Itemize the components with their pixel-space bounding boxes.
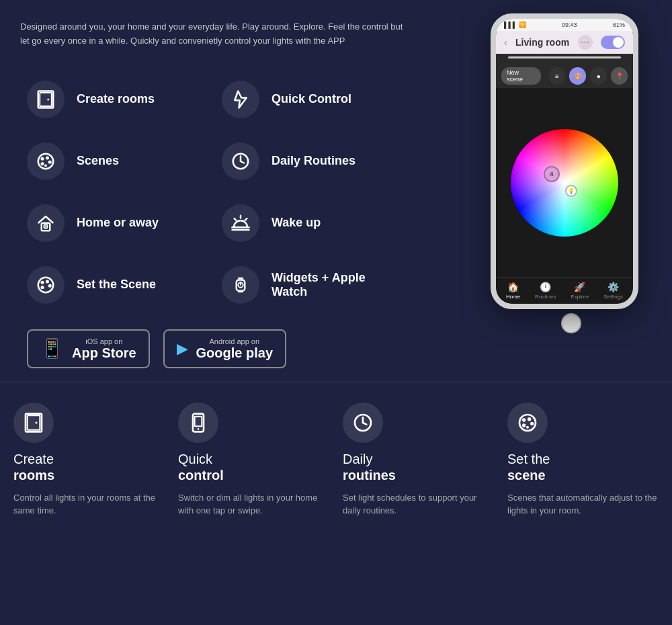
- wake-up-icon-circle: [222, 204, 259, 242]
- feature-home-away: Home or away: [20, 192, 215, 254]
- svg-point-44: [526, 425, 529, 428]
- palette-icon: [36, 151, 56, 171]
- android-btn-bottom: Google play: [196, 345, 273, 360]
- scenes-label: Scenes: [77, 154, 119, 168]
- brightness-slider[interactable]: [508, 56, 621, 58]
- svg-line-38: [363, 423, 366, 425]
- bottom-card-quick-control: Quick control Switch or dim all lights i…: [178, 403, 329, 517]
- quick-control-icon-circle: [222, 81, 259, 118]
- home-nav-label: Home: [506, 294, 520, 300]
- color-wheel[interactable]: [511, 129, 618, 237]
- svg-line-17: [245, 218, 247, 220]
- explore-nav-icon: 🚀: [574, 282, 585, 292]
- phone-toggle[interactable]: [601, 36, 625, 49]
- phone-signal: ▌▌▌ 🛜: [504, 22, 526, 28]
- ios-btn-top: iOS app on: [72, 337, 136, 345]
- android-btn-text: Android app on Google play: [196, 337, 273, 360]
- phone-nav-routines[interactable]: 🕐 Routines: [535, 282, 556, 300]
- home-nav-icon: 🏠: [507, 282, 519, 292]
- quick-control-label: Quick Control: [271, 92, 351, 106]
- dot2-icon: 💡: [568, 188, 575, 194]
- daily-routines-desc: Set light schedules to support your dail…: [343, 491, 494, 517]
- list-tab[interactable]: ≡: [549, 67, 566, 85]
- svg-point-8: [44, 164, 47, 167]
- daily-routines-title: Daily routines: [343, 451, 396, 483]
- svg-point-22: [46, 280, 49, 283]
- phone-nav-home[interactable]: 🏠 Home: [506, 282, 520, 300]
- bottom-phone-icon: [187, 412, 209, 433]
- svg-point-21: [41, 280, 44, 284]
- create-rooms-desc: Control all lights in your rooms at the …: [13, 491, 165, 517]
- door-icon: [36, 89, 56, 110]
- phone-battery: 61%: [613, 22, 625, 28]
- svg-point-5: [46, 156, 49, 159]
- set-scene-label: Set the Scene: [77, 278, 156, 292]
- back-chevron[interactable]: ‹: [504, 37, 507, 48]
- svg-point-14: [45, 225, 47, 227]
- intro-text: Designed around you, your home and your …: [20, 20, 410, 48]
- ios-btn-text: iOS app on App Store: [72, 337, 136, 360]
- explore-nav-label: Explore: [571, 294, 589, 300]
- settings-nav-icon: ⚙️: [607, 282, 619, 292]
- create-rooms-title: Create rooms: [13, 451, 54, 483]
- watch-icon: [230, 275, 251, 295]
- clock-icon: [230, 151, 251, 171]
- phone-time: 09:43: [562, 22, 577, 28]
- svg-rect-1: [40, 93, 52, 106]
- svg-point-2: [47, 98, 49, 100]
- routines-nav-label: Routines: [535, 294, 556, 300]
- bottom-section: Create rooms Control all lights in your …: [0, 382, 672, 538]
- feature-daily-routines: Daily Routines: [215, 130, 410, 192]
- ios-icon: 📱: [40, 337, 64, 360]
- brightness-slider-area: [496, 54, 633, 64]
- wake-up-label: Wake up: [271, 216, 321, 230]
- lightning-icon: [230, 89, 251, 110]
- phone-nav-settings[interactable]: ⚙️ Settings: [603, 282, 623, 300]
- home-lock-icon: [36, 213, 56, 233]
- phone-home-button[interactable]: [561, 313, 581, 333]
- quick-control-desc: Switch or dim all lights in your home wi…: [178, 491, 329, 517]
- ios-app-store-button[interactable]: 📱 iOS app on App Store: [27, 329, 150, 368]
- routines-nav-icon: 🕐: [540, 282, 551, 292]
- bottom-daily-routines-icon: [343, 403, 383, 443]
- dot-tab[interactable]: ●: [590, 67, 607, 85]
- svg-point-23: [48, 284, 52, 287]
- top-section: Designed around you, your home and your …: [0, 0, 672, 382]
- bottom-create-rooms-icon: [13, 403, 54, 443]
- daily-routines-label: Daily Routines: [271, 154, 355, 168]
- home-away-label: Home or away: [77, 216, 159, 230]
- quick-control-title: Quick control: [178, 451, 224, 483]
- android-btn-top: Android app on: [196, 337, 273, 345]
- bottom-card-daily-routines: Daily routines Set light schedules to su…: [343, 403, 494, 517]
- phone-nav-explore[interactable]: 🚀 Explore: [571, 282, 589, 300]
- svg-line-11: [241, 161, 244, 163]
- phone-header: ‹ Living room ···: [496, 31, 633, 54]
- color-dot-2[interactable]: 💡: [565, 185, 577, 197]
- phone-mockup: ▌▌▌ 🛜 09:43 61% ‹ Living room ···: [491, 13, 638, 309]
- bottom-card-create-rooms: Create rooms Control all lights in your …: [13, 403, 165, 517]
- phone-status-bar: ▌▌▌ 🛜 09:43 61%: [496, 19, 633, 31]
- new-scene-tab[interactable]: New scene: [501, 67, 541, 85]
- svg-point-35: [198, 428, 200, 430]
- bottom-clock-icon: [352, 412, 374, 433]
- svg-rect-34: [195, 416, 202, 426]
- feature-wake-up: Wake up: [215, 192, 410, 254]
- phone-tabs-row: New scene ≡ 🎨 ● 📍: [496, 64, 633, 88]
- android-icon: ▶: [177, 340, 188, 358]
- svg-point-42: [530, 421, 534, 425]
- feature-create-rooms: Create rooms: [20, 69, 215, 130]
- sunrise-icon: [230, 213, 251, 233]
- phone-menu-icon[interactable]: ···: [578, 35, 593, 50]
- color-dot-1[interactable]: 4: [544, 166, 560, 182]
- create-rooms-label: Create rooms: [77, 92, 155, 106]
- color-wheel-container: 4 💡: [496, 88, 633, 277]
- watch-icon-circle: [222, 266, 259, 304]
- pin-tab[interactable]: 📍: [611, 67, 628, 85]
- create-rooms-icon-circle: [27, 81, 65, 118]
- store-buttons: 📱 iOS app on App Store ▶ Android app on …: [20, 329, 477, 368]
- color-wheel-wrapper: 4 💡: [511, 129, 618, 237]
- android-google-play-button[interactable]: ▶ Android app on Google play: [163, 329, 286, 368]
- bottom-quick-control-icon: [178, 403, 218, 443]
- set-scene-title: Set the scene: [507, 451, 550, 483]
- color-tab[interactable]: 🎨: [569, 67, 586, 85]
